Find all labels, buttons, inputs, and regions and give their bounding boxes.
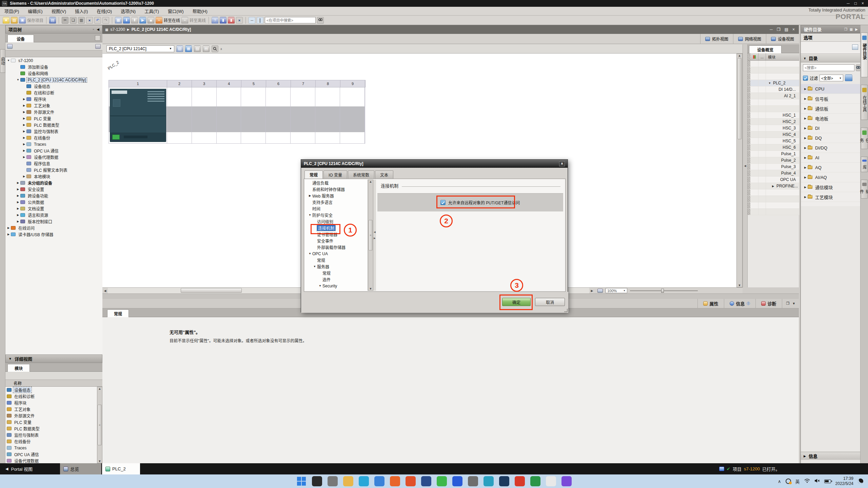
tab-modules[interactable]: 模块 [7, 364, 30, 372]
catalog-item[interactable]: ▶ DI/DQ [801, 143, 861, 153]
go-online-label[interactable]: 转至在线 [164, 17, 180, 23]
menu-item[interactable]: 插入(I) [71, 7, 92, 15]
catalog-item[interactable]: ▶ 通信板 [801, 104, 861, 114]
dialog-nav-item[interactable]: 选件 [305, 276, 368, 283]
catalog-collapse-icon[interactable]: ▶ [855, 27, 858, 31]
zoom-plusminus-icon[interactable]: ± [220, 47, 222, 50]
save-project-icon[interactable]: ▣ [19, 17, 26, 24]
tree-item[interactable]: ▶ 本地模块 [5, 173, 102, 180]
overview-row[interactable]: HSC_5 [748, 138, 799, 144]
expander-icon[interactable]: ▶ [22, 143, 26, 146]
redo-button[interactable]: ↷ [102, 17, 109, 24]
device-select-dropdown[interactable]: PLC_2 [CPU 1214C] ▼ [106, 45, 174, 52]
go-online-icon[interactable]: ⌁ [156, 17, 162, 24]
overview-row[interactable]: HSC_6 [748, 144, 799, 151]
taskbar-app-icon[interactable] [312, 476, 322, 486]
zoom-slider-thumb[interactable] [661, 289, 664, 293]
scroll-thumb[interactable] [181, 288, 242, 293]
dialog-tab-general[interactable]: 常规 [304, 170, 323, 179]
catalog-item[interactable]: ▶ 通信模块 [801, 182, 861, 192]
scroll-left-icon[interactable]: ◀ [102, 289, 108, 292]
rack-slot[interactable] [291, 87, 315, 143]
catalog-split-icon[interactable]: ▦ [850, 27, 853, 31]
dialog-nav-item[interactable]: ▼ 服务器 [305, 263, 368, 270]
accessible-devices-icon[interactable]: ▮ [220, 17, 226, 24]
compile-icon[interactable]: ▦ [115, 17, 122, 24]
expander-icon[interactable]: ▶ [6, 226, 11, 229]
tree-item[interactable]: ▶ 外部源文件 [5, 109, 102, 115]
table-icon[interactable]: ▤ [203, 45, 210, 52]
view-tab[interactable]: 拓扑视图 [700, 34, 733, 44]
overview-row[interactable] [748, 106, 799, 112]
minimize-icon[interactable]: ─ [847, 1, 850, 6]
tree-item[interactable]: ▶ 在线访问 [5, 225, 102, 231]
menu-item[interactable]: 帮助(H) [188, 7, 212, 15]
tree-settings-icon[interactable] [95, 44, 101, 49]
view-tab[interactable]: 设备视图 [766, 34, 799, 44]
stop-runtime-icon[interactable]: ▮ [228, 17, 235, 24]
dialog-nav-item[interactable]: 常规 [305, 270, 368, 276]
night-mode-icon[interactable] [857, 478, 864, 485]
tree-filter-icon[interactable] [7, 44, 13, 49]
expander-icon[interactable]: ▶ [16, 207, 20, 210]
tree-item[interactable]: PLC 报警文本列表 [5, 167, 102, 173]
expander-icon[interactable]: ▶ [803, 166, 808, 169]
expander-icon[interactable]: ▶ [803, 127, 808, 130]
dialog-nav-item[interactable]: 常规 [305, 257, 368, 263]
overview-row[interactable] [748, 61, 799, 67]
search-icon[interactable] [317, 17, 324, 24]
taskbar-app-icon[interactable] [468, 476, 478, 486]
inspector-collapse-icon[interactable]: ▾ [793, 301, 795, 306]
expander-icon[interactable]: ▶ [22, 175, 26, 178]
catalog-info-section[interactable]: ▶ 信息 [801, 452, 861, 460]
tree-item[interactable]: 设备组态 [5, 83, 102, 89]
maximize-icon[interactable]: □ [854, 1, 857, 6]
undo-button[interactable]: ↶ [94, 17, 101, 24]
expander-icon[interactable]: ▶ [22, 136, 26, 139]
breadcrumb[interactable]: PLC_2 [CPU 1214C AC/DC/Rly] [132, 27, 191, 32]
expander-icon[interactable]: ▼ [767, 82, 772, 85]
taskbar-app-icon[interactable] [296, 476, 307, 486]
expander-icon[interactable]: ▶ [22, 98, 26, 101]
expander-icon[interactable]: ▶ [6, 233, 11, 236]
expander-icon[interactable]: ▶ [803, 117, 808, 120]
expander-icon[interactable]: ▼ [312, 265, 317, 268]
save-project-label[interactable]: 保存项目 [27, 17, 43, 23]
grid-toggle-icon[interactable]: ▦ [185, 45, 192, 52]
dialog-nav-item[interactable]: ▼ Security [305, 283, 368, 289]
taskbar-app-icon[interactable] [406, 476, 416, 486]
detail-list-item[interactable]: 设备代理数据 [5, 458, 97, 463]
ime-language-indicator[interactable]: 英 [795, 478, 800, 485]
rack-slot[interactable] [340, 87, 365, 143]
catalog-item[interactable]: ▶ DI [801, 123, 861, 133]
catalog-item[interactable]: ▶ 电池板 [801, 114, 861, 123]
portal-view-button[interactable]: ◀ Portal 视图 [0, 466, 38, 472]
scroll-up-icon[interactable]: ▲ [369, 180, 372, 183]
collapse-panel-icon[interactable]: ◀ [97, 27, 99, 31]
cpu-module-graphic[interactable] [110, 89, 166, 142]
new-project-icon[interactable]: ★ [3, 17, 9, 24]
scroll-thumb[interactable]: ≡ [369, 220, 373, 250]
taskbar-app-icon[interactable] [343, 476, 353, 486]
volume-muted-icon[interactable] [814, 479, 820, 484]
overview-splitter[interactable]: ◀ [743, 44, 747, 287]
arrow-left-icon[interactable]: ◀ [374, 231, 375, 233]
menu-item[interactable]: 窗口(W) [163, 7, 188, 15]
overview-row[interactable]: AI 2_1 [748, 93, 799, 99]
taskbar-app-icon[interactable] [530, 476, 540, 486]
dialog-pane-splitter[interactable]: ◀ ▶ [373, 180, 376, 291]
tree-item[interactable]: ▶ 语言和资源 [5, 212, 102, 218]
cancel-button[interactable]: 取消 [535, 298, 565, 306]
editor-close-icon[interactable]: × [792, 27, 795, 32]
wifi-icon[interactable] [804, 479, 810, 484]
breadcrumb[interactable]: s7-1200 [110, 27, 125, 32]
dialog-titlebar[interactable]: PLC_2 [CPU 1214C AC/DC/Rly] × [301, 160, 568, 168]
tree-item[interactable]: ▶ Traces [5, 141, 102, 147]
split-horizontal-icon[interactable]: ─ [249, 17, 255, 24]
overview-row[interactable] [748, 196, 799, 202]
split-vertical-icon[interactable]: ║ [257, 17, 263, 24]
overview-row[interactable] [748, 209, 799, 215]
menu-item[interactable]: 视图(V) [47, 7, 71, 15]
online-diagnostics-icon[interactable]: ? [212, 17, 218, 24]
side-tab[interactable]: 在线工具 [861, 85, 868, 120]
